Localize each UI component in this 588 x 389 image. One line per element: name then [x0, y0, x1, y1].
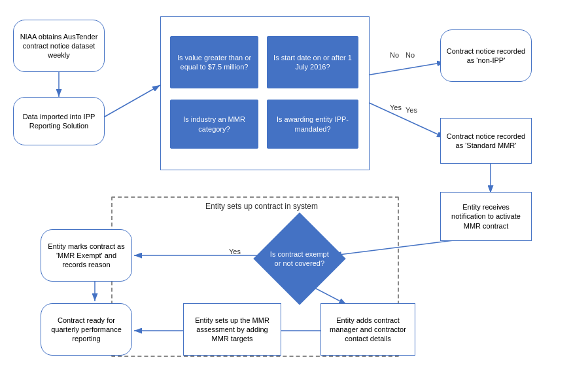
no-label-top: No — [406, 51, 415, 59]
check3-label: Is industry an MMR category? — [176, 115, 252, 134]
data-imported-box: Data imported into IPP Reporting Solutio… — [13, 97, 105, 145]
entity-adds-label: Entity adds contract manager and contrac… — [326, 316, 409, 344]
niaa-label: NIAA obtains AusTender contract notice d… — [19, 32, 99, 60]
entity-marks-label: Entity marks contract as 'MMR Exempt' an… — [46, 242, 126, 270]
yes-label-1: Yes — [390, 103, 402, 111]
data-imported-label: Data imported into IPP Reporting Solutio… — [19, 112, 99, 131]
entity-marks-box: Entity marks contract as 'MMR Exempt' an… — [41, 229, 132, 282]
entity-receives-box: Entity receives notification to activate… — [440, 192, 532, 241]
contract-ready-box: Contract ready for quarterly performance… — [41, 303, 132, 356]
entity-mmr-label: Entity sets up the MMR assessment by add… — [189, 316, 275, 344]
non-ipp-label: Contract notice recorded as 'non-IPP' — [446, 46, 526, 65]
non-ipp-box: Contract notice recorded as 'non-IPP' — [440, 29, 532, 82]
niaa-box: NIAA obtains AusTender contract notice d… — [13, 20, 105, 72]
entity-mmr-box: Entity sets up the MMR assessment by add… — [183, 303, 281, 356]
entity-setup-label: Entity sets up contract in system — [183, 202, 340, 211]
check4-box: Is awarding entity IPP-mandated? — [267, 100, 358, 149]
diamond-label: Is contract exempt or not covered? — [267, 247, 332, 271]
check1-box: Is value greater than or equal to $7.5 m… — [170, 36, 258, 88]
entity-adds-box: Entity adds contract manager and contrac… — [320, 303, 415, 356]
standard-mmr-box: Contract notice recorded as 'Standard MM… — [440, 118, 532, 164]
standard-mmr-label: Contract notice recorded as 'Standard MM… — [446, 132, 526, 151]
contract-ready-label: Contract ready for quarterly performance… — [46, 316, 126, 344]
svg-line-2 — [97, 85, 160, 121]
yes-label-top: Yes — [406, 106, 417, 114]
no-label-1: No — [390, 51, 399, 59]
check2-label: Is start date on or after 1 July 2016? — [273, 53, 353, 72]
check1-label: Is value greater than or equal to $7.5 m… — [176, 53, 252, 72]
check4-label: Is awarding entity IPP-mandated? — [273, 115, 353, 134]
check3-box: Is industry an MMR category? — [170, 100, 258, 149]
entity-receives-label: Entity receives notification to activate… — [446, 202, 526, 231]
check2-box: Is start date on or after 1 July 2016? — [267, 36, 358, 88]
svg-line-3 — [366, 62, 445, 75]
